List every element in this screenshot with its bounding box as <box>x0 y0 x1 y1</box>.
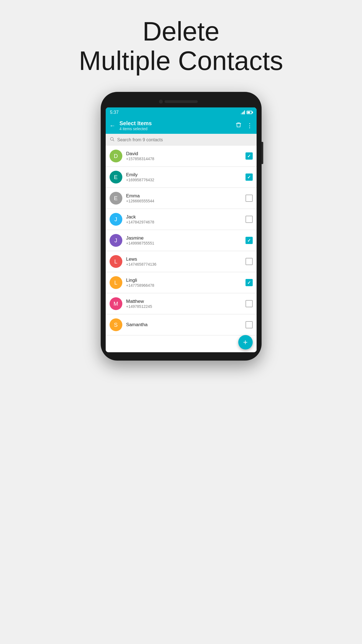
phone-speaker <box>164 100 198 103</box>
phone-camera <box>159 100 163 104</box>
contact-checkbox[interactable] <box>245 279 253 286</box>
more-options-button[interactable]: ⋮ <box>247 122 253 129</box>
signal-icon <box>241 110 245 114</box>
phone-top-bar <box>106 100 257 103</box>
app-bar: ← Select Items 4 items selected ⋮ <box>106 117 257 134</box>
app-bar-title: Select Items <box>120 120 232 127</box>
contact-info: Emily+169958776432 <box>126 172 242 182</box>
contact-phone: +147758966478 <box>126 283 242 288</box>
fab-container: + <box>106 336 257 352</box>
contact-avatar: L <box>110 255 122 268</box>
contact-name: Samantha <box>126 322 242 328</box>
contact-checkbox[interactable] <box>245 300 253 307</box>
contact-item[interactable]: SSamantha <box>106 315 257 335</box>
contact-info: Matthew+14978512245 <box>126 299 242 309</box>
battery-fill <box>247 112 250 113</box>
phone-frame: 5:37 ← Select Items <box>101 92 262 361</box>
signal-bar-1 <box>241 113 242 114</box>
contact-name: David <box>126 151 242 157</box>
contact-avatar: J <box>110 234 122 247</box>
contact-item[interactable]: JJasmine+149998755551 <box>106 230 257 251</box>
search-bar <box>106 134 257 146</box>
contact-info: Jack+147842974678 <box>126 214 242 224</box>
contact-avatar: L <box>110 276 122 289</box>
delete-button[interactable] <box>236 122 242 130</box>
phone-screen: 5:37 ← Select Items <box>106 107 257 352</box>
contact-info: Lingli+147758966478 <box>126 278 242 288</box>
contact-list: DDavid+157858314478EEmily+169958776432EE… <box>106 146 257 335</box>
app-bar-title-section: Select Items 4 items selected <box>120 120 232 131</box>
contact-item[interactable]: MMatthew+14978512245 <box>106 293 257 314</box>
search-input[interactable] <box>117 137 253 142</box>
signal-bar-4 <box>244 110 245 114</box>
contact-item[interactable]: LLingli+147758966478 <box>106 272 257 293</box>
contact-item[interactable]: JJack+147842974678 <box>106 209 257 230</box>
contact-phone: +149998755551 <box>126 241 242 245</box>
contact-avatar: M <box>110 297 122 310</box>
page-container: Delete Multiple Contacts 5:37 <box>0 0 362 644</box>
contact-item[interactable]: EEmily+169958776432 <box>106 167 257 187</box>
contact-phone: +147842974678 <box>126 220 242 224</box>
svg-point-0 <box>110 137 113 140</box>
contact-name: Emily <box>126 172 242 178</box>
contact-avatar: S <box>110 318 122 331</box>
contact-info: Emma+126666555544 <box>126 193 242 203</box>
contact-info: Lews+1474658774136 <box>126 256 242 266</box>
contact-item[interactable]: DDavid+157858314478 <box>106 146 257 166</box>
app-bar-subtitle: 4 items selected <box>120 127 232 131</box>
search-icon <box>110 137 115 143</box>
contact-checkbox[interactable] <box>245 237 253 244</box>
status-time: 5:37 <box>110 110 119 115</box>
contact-avatar: E <box>110 171 122 183</box>
svg-line-1 <box>113 140 114 141</box>
contact-checkbox[interactable] <box>245 321 253 328</box>
contact-checkbox[interactable] <box>245 258 253 265</box>
contact-phone: +157858314478 <box>126 157 242 161</box>
contact-phone: +126666555544 <box>126 199 242 203</box>
contact-checkbox[interactable] <box>245 216 253 223</box>
status-bar: 5:37 <box>106 107 257 117</box>
contact-phone: +1474658774136 <box>126 262 242 266</box>
back-button[interactable]: ← <box>110 122 116 129</box>
headline-line1: Delete <box>143 16 220 46</box>
contact-phone: +169958776432 <box>126 178 242 182</box>
phone-side-button <box>262 142 263 164</box>
contact-item[interactable]: EEmma+126666555544 <box>106 188 257 208</box>
page-headline: Delete Multiple Contacts <box>79 17 283 75</box>
contact-name: Lews <box>126 256 242 262</box>
contact-avatar: J <box>110 213 122 226</box>
contact-checkbox[interactable] <box>245 173 253 181</box>
contact-info: David+157858314478 <box>126 151 242 161</box>
signal-bar-3 <box>243 112 244 114</box>
contact-name: Jasmine <box>126 235 242 241</box>
status-icons <box>241 110 252 114</box>
contact-name: Jack <box>126 214 242 220</box>
contact-name: Matthew <box>126 299 242 304</box>
battery-icon <box>247 111 252 114</box>
contact-item[interactable]: LLews+1474658774136 <box>106 251 257 272</box>
fab-button[interactable]: + <box>238 335 253 349</box>
contact-checkbox[interactable] <box>245 195 253 202</box>
contact-info: Jasmine+149998755551 <box>126 235 242 245</box>
contact-avatar: E <box>110 192 122 205</box>
contact-info: Samantha <box>126 322 242 328</box>
contact-name: Emma <box>126 193 242 199</box>
contact-name: Lingli <box>126 278 242 283</box>
contact-checkbox[interactable] <box>245 152 253 160</box>
headline-line2: Multiple Contacts <box>79 46 283 76</box>
signal-bar-2 <box>242 112 243 114</box>
app-bar-actions: ⋮ <box>236 122 253 130</box>
contact-phone: +14978512245 <box>126 304 242 309</box>
contact-avatar: D <box>110 150 122 162</box>
